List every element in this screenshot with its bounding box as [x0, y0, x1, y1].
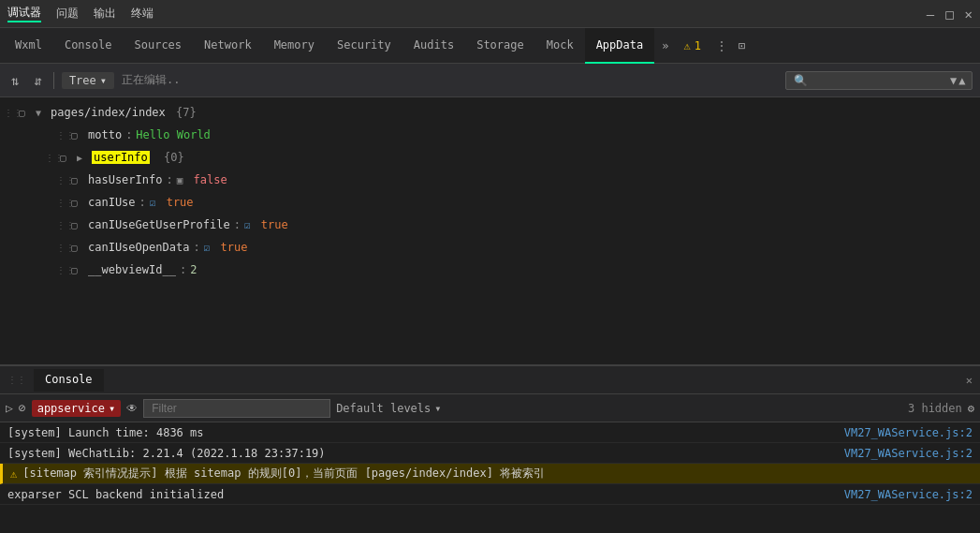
title-terminal[interactable]: 终端 — [131, 6, 154, 22]
tree-dropdown-arrow: ▾ — [100, 74, 107, 87]
console-line-1: [system] Launch time: 4836 ms VM27_WASer… — [0, 422, 980, 443]
drag-handle[interactable]: ⋮⋮ — [4, 108, 15, 118]
val-webviewid: 2 — [190, 263, 197, 276]
row-checkbox-icon: ▢ — [71, 264, 84, 276]
appdata-tree: ⋮⋮ ▢ ▼ pages/index/index {7} ⋮⋮ ▢ motto … — [0, 97, 980, 364]
title-output[interactable]: 输出 — [94, 6, 116, 22]
drag-handle[interactable]: ⋮⋮ — [56, 265, 67, 275]
title-issues[interactable]: 问题 — [56, 6, 79, 22]
val-caniuse: true — [159, 196, 193, 209]
expand-all-button[interactable]: ⇅ — [7, 71, 22, 90]
row-checkbox-icon: ▢ — [71, 219, 84, 231]
tab-sources[interactable]: Sources — [123, 28, 193, 64]
tab-audits[interactable]: Audits — [402, 28, 465, 64]
tree-row-userinfo: ⋮⋮ ▢ ▶ userInfo {0} — [19, 146, 980, 169]
tree-dropdown[interactable]: Tree ▾ — [62, 72, 114, 89]
tab-security[interactable]: Security — [326, 28, 402, 64]
tab-storage[interactable]: Storage — [465, 28, 535, 64]
tree-label: Tree — [69, 74, 96, 87]
search-prev-button[interactable]: ▼ — [950, 74, 957, 87]
tab-appdata[interactable]: AppData — [585, 28, 655, 64]
console-play-button[interactable]: ▷ — [6, 401, 13, 415]
console-clear-button[interactable]: ⊘ — [19, 401, 26, 415]
console-source-1[interactable]: VM27_WAService.js:2 — [844, 426, 973, 439]
console-text-2: [system] WeChatLib: 2.21.4 (2022.1.18 23… — [7, 447, 837, 460]
val-caniusegetuserprofile: true — [255, 218, 288, 231]
tab-wxml[interactable]: Wxml — [4, 28, 53, 64]
key-userinfo-highlighted: userInfo — [92, 151, 150, 164]
default-levels-dropdown[interactable]: Default levels ▾ — [336, 402, 441, 415]
drag-handle[interactable]: ⋮⋮ — [56, 130, 67, 141]
tab-warning[interactable]: ⚠ 1 — [676, 39, 708, 52]
expand-arrow-root[interactable]: ▼ — [36, 108, 47, 118]
tab-bar: Wxml Console Sources Network Memory Secu… — [0, 28, 980, 64]
search-input[interactable] — [813, 74, 944, 87]
console-tab[interactable]: Console — [34, 369, 104, 392]
console-line-3-warning: ⚠ [sitemap 索引情况提示] 根据 sitemap 的规则[0]，当前页… — [0, 464, 980, 484]
appservice-select[interactable]: appservice ▾ — [32, 400, 121, 417]
tab-network[interactable]: Network — [193, 28, 263, 64]
title-bar-left: 调试器 问题 输出 终端 — [7, 5, 154, 22]
tab-mock[interactable]: Mock — [535, 28, 585, 64]
console-close-button[interactable]: ✕ — [966, 374, 973, 387]
console-text-4: exparser SCL backend initialized — [7, 488, 837, 501]
default-levels-label: Default levels — [336, 402, 431, 415]
eye-button[interactable]: 👁 — [126, 402, 138, 415]
colon: : — [125, 128, 132, 141]
tab-more-button[interactable]: » — [654, 39, 676, 52]
console-header: ⋮⋮ Console ✕ — [0, 366, 980, 394]
search-box: 🔍 ▼ ▲ — [785, 71, 973, 90]
settings-button[interactable]: ⚙ — [968, 402, 974, 415]
console-source-4[interactable]: VM27_WAService.js:2 — [844, 488, 973, 501]
tree-row-root: ⋮⋮ ▢ ▼ pages/index/index {7} — [0, 101, 980, 124]
tree-row-motto: ⋮⋮ ▢ motto : Hello World — [19, 124, 980, 146]
row-checkbox-icon: ▢ — [19, 107, 32, 119]
checkbox-false: ▣ — [177, 174, 183, 186]
warning-triangle-icon: ⚠ — [10, 467, 17, 481]
root-key: pages/index/index — [51, 106, 166, 119]
tab-memory[interactable]: Memory — [263, 28, 326, 64]
key-hasuserinfo: hasUserInfo — [88, 173, 162, 186]
checkbox-true-3: ☑ — [204, 242, 211, 254]
warning-count: 1 — [695, 39, 701, 52]
tab-dots-button[interactable]: ⋮ — [709, 39, 735, 52]
val-caniuseopendata: true — [213, 241, 247, 254]
title-debugger[interactable]: 调试器 — [7, 5, 41, 22]
filter-input[interactable] — [143, 399, 330, 418]
colon: : — [139, 196, 146, 209]
row-checkbox-icon: ▢ — [71, 129, 84, 141]
row-checkbox-icon: ▢ — [71, 174, 84, 186]
collapse-all-button[interactable]: ⇵ — [30, 71, 45, 90]
key-caniuseopendata: canIUseOpenData — [88, 241, 189, 254]
minimize-button[interactable]: — — [927, 7, 934, 22]
tab-console[interactable]: Console — [53, 28, 124, 64]
console-line-2: [system] WeChatLib: 2.21.4 (2022.1.18 23… — [0, 443, 980, 464]
tab-expand-button[interactable]: ⊡ — [735, 39, 749, 52]
key-motto: motto — [88, 128, 122, 141]
drag-handle[interactable]: ⋮⋮ — [56, 220, 67, 230]
root-count: {7} — [169, 106, 197, 119]
console-text-1: [system] Launch time: 4836 ms — [7, 426, 837, 439]
key-caniusegetuserprofile: canIUseGetUserProfile — [88, 218, 230, 231]
maximize-button[interactable]: □ — [945, 7, 953, 22]
drag-handle[interactable]: ⋮⋮ — [56, 243, 67, 253]
colon: : — [180, 263, 186, 276]
expand-arrow-userinfo[interactable]: ▶ — [77, 153, 88, 163]
val-hasuserinfo: false — [186, 173, 227, 186]
console-source-2[interactable]: VM27_WAService.js:2 — [844, 447, 973, 460]
val-userinfo: {0} — [164, 151, 184, 164]
drag-handle[interactable]: ⋮⋮ — [45, 153, 56, 163]
hidden-count: 3 hidden — [908, 402, 962, 415]
drag-handle[interactable]: ⋮⋮ — [56, 198, 67, 208]
search-next-button[interactable]: ▲ — [958, 74, 965, 87]
console-output: [system] Launch time: 4836 ms VM27_WASer… — [0, 422, 980, 533]
close-button[interactable]: ✕ — [965, 7, 973, 22]
drag-handle[interactable]: ⋮⋮ — [56, 175, 67, 185]
title-bar-right: — □ ✕ — [927, 7, 973, 22]
tree-row-webviewid: ⋮⋮ ▢ __webviewId__ : 2 — [19, 259, 980, 281]
key-webviewid: __webviewId__ — [88, 263, 176, 276]
console-drag-handle[interactable]: ⋮⋮ — [7, 375, 26, 385]
checkbox-true: ☑ — [150, 197, 156, 209]
colon — [154, 151, 160, 164]
row-checkbox-icon: ▢ — [60, 152, 73, 164]
